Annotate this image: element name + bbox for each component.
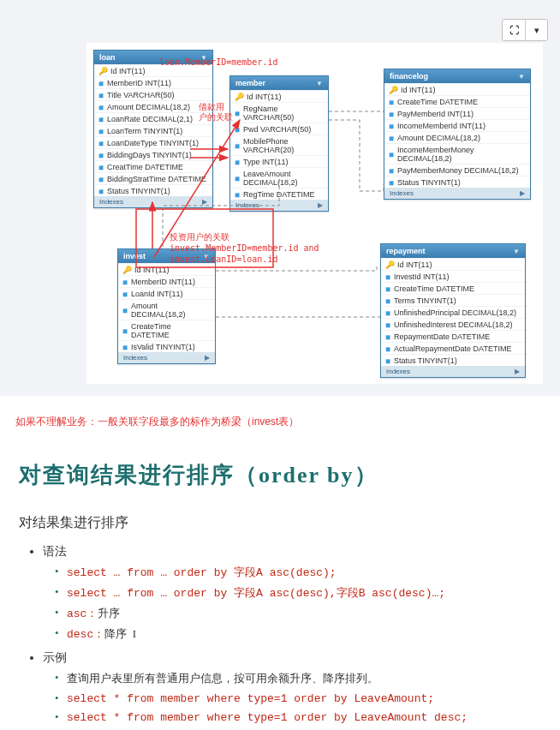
list-item: asc：升序 [55, 606, 541, 621]
code: asc： [67, 607, 98, 620]
column-row: ◆Amount DECIMAL(18,2) [118, 299, 215, 320]
diamond-icon: ◆ [120, 325, 130, 335]
key-icon: 🔑 [385, 260, 395, 269]
entity-columns: 🔑Id INT(11)◆RegName VARCHAR(50)◆Pwd VARC… [230, 90, 328, 200]
column-row: ◆ActualRepaymentDate DATETIME [381, 342, 525, 354]
collapse-icon: ▼ [518, 73, 525, 81]
column-text: Amount DECIMAL(18,2) [107, 103, 190, 111]
indexes-label: Indexes [123, 354, 147, 362]
title-close: ） [354, 463, 378, 488]
column-text: CreateTime DATETIME [394, 284, 474, 293]
diamond-icon: ◆ [232, 123, 242, 134]
indexes-label: Indexes [386, 368, 410, 375]
column-text: MemberID INT(11) [107, 79, 171, 87]
annotation-line: invest.MemberID=member.id and [170, 242, 319, 254]
column-text: Amount DECIMAL(18,2) [397, 134, 480, 142]
column-text: Id INT(11) [397, 260, 432, 269]
diamond-icon: ◆ [383, 283, 393, 293]
diamond-icon: ◆ [96, 113, 106, 123]
diamond-icon: ◆ [232, 156, 242, 166]
annotation-line: invest.LoanID=loan.id [170, 254, 319, 265]
list-item: desc：降序 I [55, 626, 541, 642]
column-row: ◆IncomeMemberId INT(11) [384, 119, 530, 131]
column-text: Id INT(11) [247, 93, 282, 101]
diamond-icon: ◆ [386, 132, 396, 142]
column-text: IncomeMemberMoney DECIMAL(18,2) [397, 146, 526, 163]
diamond-icon: ◆ [232, 107, 242, 117]
column-text: RepaymentDate DATETIME [394, 332, 490, 341]
column-row: ◆CreateTime DATETIME [381, 282, 525, 294]
diamond-icon: ◆ [386, 148, 396, 159]
title-en: order by [259, 463, 354, 488]
column-text: Status TINYINT(1) [394, 356, 457, 365]
column-row: ◆Pwd VARCHAR(50) [230, 123, 328, 135]
entity-invest[interactable]: invest ▼ 🔑Id INT(11)◆MemberID INT(11)◆Lo… [117, 248, 216, 364]
column-row: ◆PayMemberId INT(11) [384, 107, 530, 119]
text: 降序 [104, 627, 127, 640]
code: select * from member where type=1 order … [67, 692, 434, 705]
column-text: ActualRepaymentDate DATETIME [394, 344, 511, 353]
diamond-icon: ◆ [383, 319, 393, 329]
column-row: 🔑Id INT(11) [381, 258, 525, 270]
diagram-toolbar: ⛶ ▾ [502, 19, 548, 41]
code: select … from … order by 字段A asc(desc),字… [67, 587, 445, 600]
column-row: ◆IsValid TINYINT(1) [118, 340, 215, 352]
entity-columns: 🔑Id INT(11)◆MemberID INT(11)◆LoanId INT(… [118, 263, 215, 352]
diamond-icon: ◆ [96, 161, 106, 171]
entity-columns: 🔑Id INT(11)◆MemberID INT(11)◆Title VARCH… [94, 64, 212, 196]
li-label: 示例 [43, 651, 67, 664]
list-item: 查询用户表里所有普通用户信息，按可用余额升序、降序排列。 [55, 671, 541, 686]
key-icon: 🔑 [98, 67, 108, 75]
diamond-icon: ◆ [386, 120, 396, 130]
tutorial-subheading: 对结果集进行排序 [19, 514, 541, 532]
entity-title: invest [123, 252, 146, 260]
code: select * from member where type=1 order … [67, 711, 468, 724]
column-text: LoanId INT(11) [131, 290, 183, 298]
column-row: ◆LoanRate DECIMAL(2,1) [94, 112, 212, 124]
image-mode-button[interactable]: ⛶ [503, 20, 525, 40]
column-text: PayMemberId INT(11) [397, 110, 474, 118]
diamond-icon: ◆ [386, 96, 396, 106]
expand-icon: ▶ [515, 368, 520, 375]
key-icon: 🔑 [389, 86, 398, 94]
column-text: CreateTime DATETIME [397, 98, 478, 106]
collapse-icon: ▼ [513, 248, 520, 255]
diamond-icon: ◆ [96, 173, 106, 183]
column-row: ◆Type INT(11) [230, 155, 328, 167]
collapse-icon: ▼ [316, 80, 323, 87]
diamond-icon: ◆ [96, 185, 106, 195]
column-text: RegTime DATETIME [243, 190, 315, 199]
toolbar-dropdown-button[interactable]: ▾ [525, 20, 547, 40]
list-item: select * from member where type=1 order … [55, 691, 541, 705]
entity-loan[interactable]: loan ▼ 🔑Id INT(11)◆MemberID INT(11)◆Titl… [93, 50, 213, 208]
column-row: ◆LoanTerm TINYINT(1) [94, 124, 212, 136]
indexes-label: Indexes [390, 189, 414, 197]
entity-columns: 🔑Id INT(11)◆CreateTime DATETIME◆PayMembe… [384, 83, 530, 188]
entity-financelog[interactable]: financelog ▼ 🔑Id INT(11)◆CreateTime DATE… [384, 69, 531, 200]
column-row: ◆PayMemberMoney DECIMAL(18,2) [384, 164, 530, 176]
annotation-borrower: 借款用 户的关联 [199, 102, 233, 123]
text: 升序 [98, 607, 120, 619]
entity-title: member [235, 79, 265, 87]
text-cursor-icon: I [133, 627, 136, 640]
column-row: ◆InvestId INT(11) [381, 270, 525, 282]
column-text: PayMemberMoney DECIMAL(18,2) [397, 166, 519, 175]
column-row: ◆RepaymentDate DATETIME [381, 330, 525, 342]
column-row: ◆RegName VARCHAR(50) [230, 102, 328, 123]
diamond-icon: ◆ [386, 165, 396, 175]
column-text: Status TINYINT(1) [107, 187, 170, 195]
annotation-invest: 投资用户的关联 invest.MemberID=member.id and in… [170, 231, 319, 265]
annotation-line: 投资用户的关联 [170, 231, 319, 242]
column-text: LeaveAmount DECIMAL(18,2) [243, 170, 324, 187]
indexes-label: Indexes [235, 201, 259, 209]
column-text: UnfinishedPrincipal DECIMAL(18,2) [394, 308, 516, 317]
diamond-icon: ◆ [232, 172, 242, 182]
column-text: Status TINYINT(1) [397, 178, 461, 187]
entity-repayment[interactable]: repayment ▼ 🔑Id INT(11)◆InvestId INT(11)… [380, 243, 526, 378]
diamond-icon: ◆ [120, 276, 130, 286]
list-item: select … from … order by 字段A asc(desc); [55, 565, 541, 580]
entity-member[interactable]: member ▼ 🔑Id INT(11)◆RegName VARCHAR(50)… [229, 75, 329, 212]
er-diagram-canvas: ⛶ ▾ loan ▼ 🔑Id INT(11)◆MemberID INT(11)◆… [0, 0, 560, 396]
diamond-icon: ◆ [383, 343, 393, 353]
column-text: BiddingStratTime DATETIME [107, 175, 206, 183]
